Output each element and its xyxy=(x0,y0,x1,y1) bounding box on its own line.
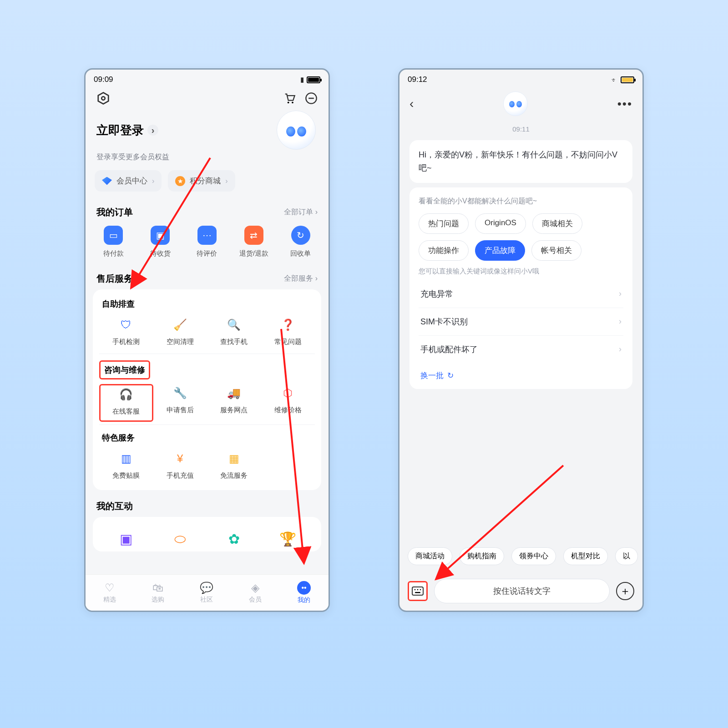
category-pill[interactable]: 帐号相关 xyxy=(531,240,581,261)
interaction-4[interactable]: 🏆 xyxy=(280,530,296,551)
consult-repair-title: 咨询与维修 xyxy=(99,360,150,379)
special-service-title: 特色服务 xyxy=(99,431,315,450)
tab-featured[interactable]: ♡精选 xyxy=(103,581,116,604)
svc-find-phone[interactable]: 🔍查找手机 xyxy=(207,316,261,351)
bottom-tab-bar: ♡精选 🛍选购 💬社区 ◈会员 ••我的 xyxy=(86,574,329,611)
qa-hint: 看看全能的小V都能解决什么问题吧~ xyxy=(419,197,623,206)
order-pending-payment[interactable]: ▭待付款 xyxy=(92,226,135,258)
star-icon: ★ xyxy=(175,176,185,186)
order-pending-receipt[interactable]: ▣待收货 xyxy=(139,226,182,258)
battery-icon xyxy=(307,76,320,83)
svc-faq[interactable]: ❓常见问题 xyxy=(261,316,315,351)
svc-online-service[interactable]: 🎧在线客服 xyxy=(99,384,153,422)
cart-icon[interactable] xyxy=(283,92,296,105)
chevron-right-icon: › xyxy=(619,289,622,298)
interaction-2[interactable]: ⬭ xyxy=(172,530,188,551)
status-bar: 09:12 ᯤ xyxy=(399,70,642,87)
svg-point-10 xyxy=(420,589,421,591)
qa-sub-hint: 您可以直接输入关键词或像这样问小V哦 xyxy=(419,267,623,276)
svc-space-clean[interactable]: 🧹空间清理 xyxy=(153,316,207,351)
wifi-icon: ᯤ xyxy=(611,76,618,84)
points-mall-chip[interactable]: ★ 积分商城 › xyxy=(168,170,235,192)
back-button[interactable]: ‹ xyxy=(410,96,414,111)
suggestion-pill[interactable]: 以 xyxy=(615,547,638,565)
message-icon[interactable] xyxy=(305,92,318,105)
order-pending-review[interactable]: ⋯待评价 xyxy=(186,226,228,258)
svc-phone-check[interactable]: 🛡手机检测 xyxy=(99,316,153,351)
svg-marker-0 xyxy=(98,93,109,104)
svc-free-data[interactable]: ▦免流服务 xyxy=(207,450,261,485)
signal-icon: ▮ xyxy=(300,76,304,84)
refresh-icon: ↻ xyxy=(447,371,454,380)
chat-avatar-icon xyxy=(503,91,528,116)
svc-free-film[interactable]: ▥免费贴膜 xyxy=(99,450,153,485)
suggestion-pill[interactable]: 购机指南 xyxy=(460,547,504,565)
interaction-3[interactable]: ✿ xyxy=(226,530,242,551)
svg-point-8 xyxy=(415,589,416,591)
faq-row[interactable]: 充电异常› xyxy=(419,280,623,308)
tab-community[interactable]: 💬社区 xyxy=(200,581,213,604)
login-button[interactable]: 立即登录 › xyxy=(96,122,158,138)
svg-rect-7 xyxy=(412,587,423,595)
chevron-right-icon: › xyxy=(225,177,228,185)
after-sales-title: 售后服务 xyxy=(96,273,133,285)
order-recycle[interactable]: ↻回收单 xyxy=(279,226,322,258)
interaction-card: ▣ ⬭ ✿ 🏆 xyxy=(93,517,321,551)
svg-point-9 xyxy=(417,589,419,591)
member-center-chip[interactable]: 会员中心 › xyxy=(95,170,162,192)
login-title-text: 立即登录 xyxy=(96,122,144,138)
add-button[interactable]: ＋ xyxy=(616,582,634,600)
chevron-right-icon: › xyxy=(619,317,622,326)
keyboard-icon xyxy=(412,586,424,596)
interaction-1[interactable]: ▣ xyxy=(118,530,134,551)
suggestion-bar: 商城活动购机指南领券中心机型对比以 xyxy=(399,543,642,570)
svc-recharge[interactable]: ¥手机充值 xyxy=(153,450,207,485)
faq-row[interactable]: 手机或配件坏了› xyxy=(419,335,623,363)
suggestion-pill[interactable]: 商城活动 xyxy=(408,547,452,565)
orders-title: 我的订单 xyxy=(96,206,133,218)
suggestion-pill[interactable]: 机型对比 xyxy=(563,547,608,565)
interaction-title: 我的互动 xyxy=(96,500,133,512)
category-pill[interactable]: 功能操作 xyxy=(419,240,469,261)
voice-input[interactable]: 按住说话转文字 xyxy=(434,579,610,603)
diamond-icon xyxy=(102,177,112,185)
category-pill[interactable]: 商城相关 xyxy=(532,213,582,234)
category-pill[interactable]: OriginOS xyxy=(475,213,526,234)
chat-greeting-bubble: Hi，亲爱的V粉，新年快乐！有什么问题，不妨问问小V吧~ xyxy=(410,140,632,183)
svc-service-point[interactable]: 🚚服务网点 xyxy=(207,384,261,422)
chevron-right-icon: › xyxy=(619,344,622,354)
member-chip-label: 会员中心 xyxy=(116,176,147,186)
refresh-button[interactable]: 换一批↻ xyxy=(419,363,623,386)
svc-repair-price[interactable]: ⬡维修价格 xyxy=(261,384,315,422)
category-pill[interactable]: 热门问题 xyxy=(419,213,469,234)
faq-row[interactable]: SIM卡不识别› xyxy=(419,308,623,335)
settings-hex-icon[interactable] xyxy=(96,91,110,105)
svg-rect-11 xyxy=(415,592,420,593)
svc-apply-after[interactable]: 🔧申请售后 xyxy=(153,384,207,422)
phone-left: 09:09 ▮ 立即登录 › 登录享受更多会员权益 会员中心 › ★ 积分商城 … xyxy=(84,68,330,612)
more-menu-button[interactable]: ••• xyxy=(617,97,632,111)
chevron-right-icon: › xyxy=(147,125,158,136)
status-time: 09:09 xyxy=(94,75,113,84)
self-check-title: 自助排查 xyxy=(99,298,315,316)
after-sales-card: 自助排查 🛡手机检测 🧹空间清理 🔍查找手机 ❓常见问题 咨询与维修 🎧在线客服… xyxy=(93,289,321,490)
chevron-right-icon: › xyxy=(152,177,154,185)
status-time: 09:12 xyxy=(408,75,427,84)
tab-member[interactable]: ◈会员 xyxy=(249,581,262,604)
battery-icon xyxy=(621,76,634,83)
order-refund[interactable]: ⇄退货/退款 xyxy=(233,226,275,258)
qa-card: 看看全能的小V都能解决什么问题吧~ 热门问题OriginOS商城相关功能操作产品… xyxy=(410,187,632,389)
category-pill[interactable]: 产品故障 xyxy=(475,240,525,261)
login-subtitle: 登录享受更多会员权益 xyxy=(86,150,329,167)
suggestion-pill[interactable]: 领券中心 xyxy=(511,547,556,565)
svg-point-1 xyxy=(101,96,105,100)
avatar-robot-icon[interactable] xyxy=(277,111,316,150)
points-chip-label: 积分商城 xyxy=(190,176,221,186)
orders-more-link[interactable]: 全部订单 › xyxy=(284,207,318,217)
keyboard-toggle-button[interactable] xyxy=(408,581,428,601)
tab-mine[interactable]: ••我的 xyxy=(297,581,311,604)
after-sales-more-link[interactable]: 全部服务 › xyxy=(284,274,318,283)
svg-point-3 xyxy=(292,101,293,103)
phone-right: 09:12 ᯤ ‹ ••• 09:11 Hi，亲爱的V粉，新年快乐！有什么问题，… xyxy=(398,68,644,612)
tab-shop[interactable]: 🛍选购 xyxy=(152,581,164,604)
